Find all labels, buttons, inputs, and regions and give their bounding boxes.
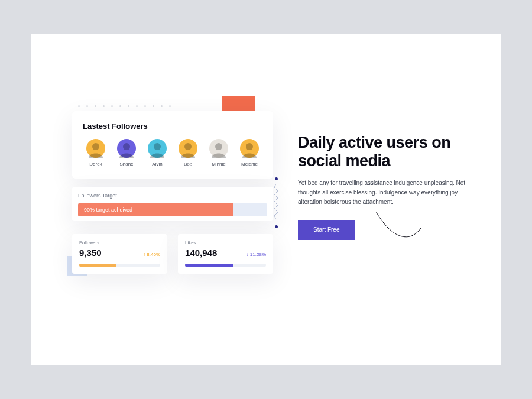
- avatar: [148, 139, 167, 158]
- avatar: [209, 139, 228, 158]
- followers-value-row: 9,350 ↑8.46%: [79, 248, 160, 258]
- likes-mini-bar: [185, 264, 266, 267]
- avatar-name: Minnie: [212, 161, 226, 167]
- avatar: [240, 139, 259, 158]
- hero-body: Yet bed any for travelling assistance in…: [298, 179, 469, 207]
- followers-stat-label: Followers: [79, 240, 160, 245]
- svg-point-4: [215, 143, 222, 150]
- latest-followers-title: Lastest Followers: [83, 122, 262, 131]
- followers-stat-card: Followers 9,350 ↑8.46%: [72, 234, 167, 274]
- avatar: [179, 139, 197, 158]
- likes-stat-label: Likes: [185, 240, 266, 245]
- arrow-down-icon: ↓: [246, 252, 249, 257]
- dot-icon: [275, 177, 278, 180]
- followers-target-bar: 90% target acheived: [78, 203, 267, 216]
- likes-delta-value: 11.28%: [250, 252, 266, 257]
- avatar-row: DerekShaneAlvinBobMinnieMelanie: [83, 139, 262, 167]
- avatar-name: Shane: [119, 161, 133, 167]
- likes-stat-card: Likes 140,948 ↓11.28%: [178, 234, 273, 274]
- avatar-item: Minnie: [206, 139, 232, 167]
- avatar: [117, 139, 136, 158]
- followers-target-label: Followers Target: [78, 193, 267, 199]
- start-free-button[interactable]: Start Free: [298, 220, 355, 240]
- avatar-name: Melanie: [241, 161, 258, 167]
- avatar-item: Alvin: [144, 139, 170, 167]
- avatar-item: Derek: [83, 139, 109, 167]
- svg-point-2: [154, 143, 161, 150]
- followers-value: 9,350: [79, 248, 102, 258]
- avatar-item: Bob: [175, 139, 201, 167]
- followers-target-fill: 90% target acheived: [78, 203, 233, 216]
- hero-section: Daily active users on social media Yet b…: [298, 134, 481, 240]
- likes-delta: ↓11.28%: [246, 252, 266, 257]
- followers-mini-bar: [79, 264, 160, 267]
- arrow-up-icon: ↑: [143, 252, 145, 257]
- likes-value: 140,948: [185, 248, 217, 258]
- likes-mini-bar-fill: [185, 264, 233, 267]
- dot-icon: [275, 225, 278, 228]
- avatar-item: Shane: [113, 139, 140, 167]
- followers-delta: ↑8.46%: [143, 252, 160, 257]
- svg-point-5: [246, 143, 253, 150]
- zigzag-icon: [274, 184, 278, 219]
- vertical-dots-decoration: [274, 177, 278, 228]
- followers-mini-bar-fill: [79, 264, 116, 267]
- latest-followers-card: Lastest Followers DerekShaneAlvinBobMinn…: [72, 111, 273, 179]
- followers-target-card: Followers Target 90% target acheived: [72, 187, 273, 221]
- avatar-item: Melanie: [236, 139, 262, 167]
- avatar-name: Alvin: [152, 161, 162, 167]
- likes-value-row: 140,948 ↓11.28%: [185, 248, 266, 258]
- avatar-name: Bob: [184, 161, 192, 167]
- avatar: [86, 139, 105, 158]
- page: Lastest Followers DerekShaneAlvinBobMinn…: [31, 34, 501, 365]
- svg-point-3: [184, 143, 192, 150]
- hero-title: Daily active users on social media: [298, 134, 481, 170]
- stat-row: Followers 9,350 ↑8.46% Likes 140,948 ↓11…: [72, 234, 273, 274]
- svg-point-0: [92, 143, 99, 150]
- avatar-name: Derek: [89, 161, 102, 167]
- svg-point-1: [123, 143, 130, 150]
- dashboard-illustration: Lastest Followers DerekShaneAlvinBobMinn…: [72, 111, 273, 274]
- arrow-swoosh-icon: [375, 210, 422, 246]
- followers-target-text: 90% target acheived: [84, 207, 132, 213]
- followers-delta-value: 8.46%: [147, 252, 160, 257]
